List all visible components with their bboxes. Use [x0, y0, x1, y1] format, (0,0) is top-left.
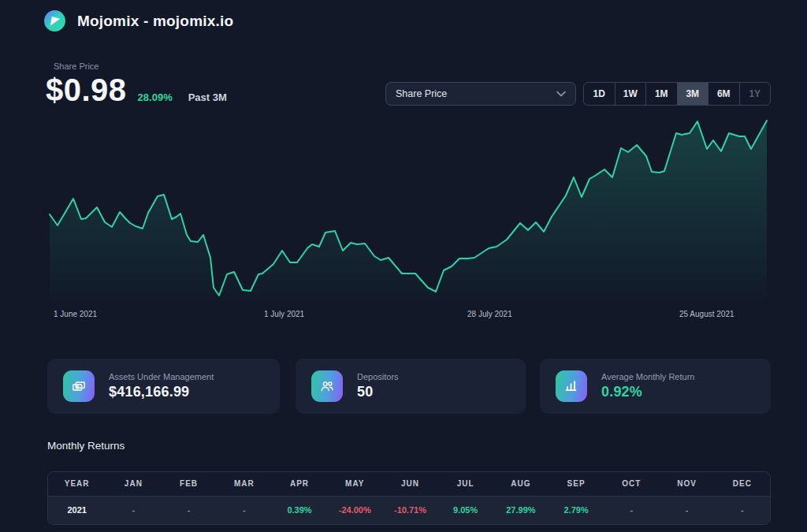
return-cell: -	[715, 496, 770, 524]
range-button-1d[interactable]: 1D	[584, 83, 615, 105]
column-header-year: YEAR	[48, 472, 106, 496]
return-cell: -	[659, 496, 714, 524]
stat-value-depositors: 50	[357, 384, 399, 400]
column-header-oct: OCT	[604, 472, 659, 496]
share-price-label: Share Price	[46, 61, 227, 71]
return-cell: -	[161, 496, 216, 524]
column-header-may: MAY	[327, 472, 382, 496]
return-cell: -	[604, 496, 659, 524]
return-cell: -24.00%	[327, 496, 382, 524]
stat-card-depositors: Depositors 50	[296, 359, 526, 414]
table-header-row: YEARJANFEBMARAPRMAYJUNJULAUGSEPOCTNOVDEC	[48, 472, 770, 496]
range-button-1m[interactable]: 1M	[646, 83, 678, 105]
chart-x-axis: 1 June 20211 July 202128 July 202125 Aug…	[0, 310, 807, 321]
metric-dropdown-value: Share Price	[396, 88, 447, 99]
stat-label: Average Monthly Return	[601, 372, 694, 381]
users-icon	[311, 370, 343, 402]
stat-card-avg-return: Average Monthly Return 0.92%	[540, 359, 771, 414]
bar-chart-icon	[556, 370, 587, 402]
return-cell: -	[106, 496, 161, 524]
column-header-jul: JUL	[438, 472, 493, 496]
column-header-feb: FEB	[161, 472, 216, 496]
stat-label: Depositors	[357, 372, 399, 381]
chevron-down-icon	[556, 91, 566, 97]
range-button-3m[interactable]: 3M	[678, 83, 709, 105]
return-cell: -10.71%	[382, 496, 437, 524]
range-button-1y[interactable]: 1Y	[740, 83, 771, 105]
monthly-returns-table: YEARJANFEBMARAPRMAYJUNJULAUGSEPOCTNOVDEC…	[47, 471, 771, 525]
x-axis-label: 1 July 2021	[264, 310, 304, 318]
return-cell: -	[217, 496, 272, 524]
metric-dropdown[interactable]: Share Price	[385, 82, 576, 106]
share-price-chart	[0, 112, 807, 307]
time-range-selector: 1D1W1M3M6M1Y	[583, 82, 771, 106]
monthly-returns-title: Monthly Returns	[47, 440, 125, 452]
banknotes-icon	[63, 370, 95, 402]
stat-card-aum: Assets Under Management $416,166.99	[47, 359, 280, 414]
column-header-aug: AUG	[493, 472, 549, 496]
share-price-change: 28.09%	[138, 91, 173, 103]
column-header-jun: JUN	[382, 472, 437, 496]
column-header-mar: MAR	[217, 472, 272, 496]
column-header-dec: DEC	[715, 472, 770, 496]
return-cell: 0.39%	[272, 496, 327, 524]
x-axis-label: 25 August 2021	[679, 310, 734, 318]
share-price-value: $0.98	[46, 73, 127, 108]
column-header-apr: APR	[272, 472, 327, 496]
stat-value-aum: $416,166.99	[109, 384, 214, 400]
column-header-jan: JAN	[106, 472, 161, 496]
share-price-summary: Share Price $0.98 28.09% Past 3M	[46, 61, 227, 108]
return-cell: 9.05%	[438, 496, 493, 524]
x-axis-label: 1 June 2021	[54, 310, 97, 318]
column-header-nov: NOV	[659, 472, 714, 496]
range-button-6m[interactable]: 6M	[708, 83, 740, 105]
range-button-1w[interactable]: 1W	[615, 83, 647, 105]
return-cell: 27.99%	[493, 496, 549, 524]
chart-area-fill	[50, 121, 767, 299]
stat-value-avg-return: 0.92%	[601, 384, 694, 400]
page-title: Mojomix - mojomix.io	[77, 13, 233, 30]
mojomix-logo-icon	[43, 9, 66, 32]
year-cell: 2021	[48, 496, 106, 524]
return-cell: 2.79%	[549, 496, 604, 524]
stat-label: Assets Under Management	[109, 372, 214, 381]
app-header: Mojomix - mojomix.io	[43, 9, 233, 32]
column-header-sep: SEP	[549, 472, 604, 496]
table-row: 2021---0.39%-24.00%-10.71%9.05%27.99%2.7…	[48, 496, 770, 524]
x-axis-label: 28 July 2021	[467, 310, 512, 318]
share-price-period: Past 3M	[188, 91, 227, 103]
